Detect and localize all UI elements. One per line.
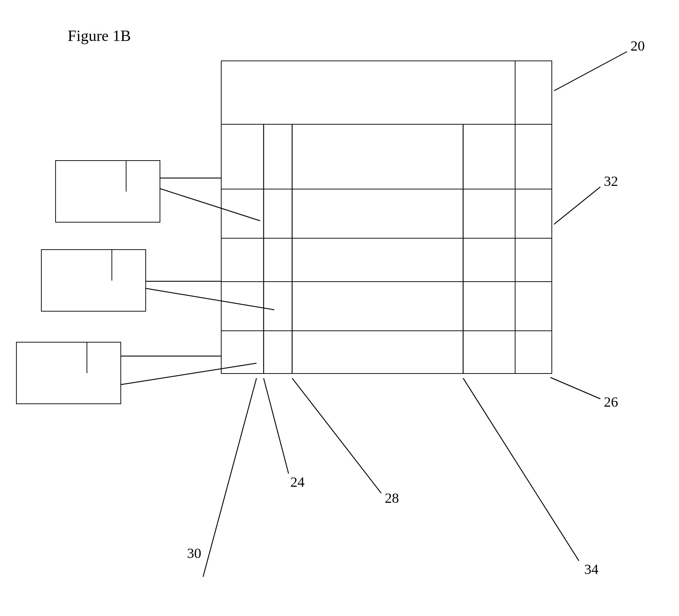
authority-header bbox=[221, 61, 552, 125]
figure-title: Figure 1B bbox=[68, 27, 131, 45]
ref-24: 24 bbox=[290, 474, 305, 490]
user-box-3-divider bbox=[16, 342, 87, 373]
leader-24 bbox=[264, 378, 289, 474]
user-box-1-divider bbox=[55, 160, 126, 192]
ref-20: 20 bbox=[631, 37, 645, 54]
ref-34: 34 bbox=[584, 561, 598, 578]
leader-26 bbox=[550, 377, 600, 399]
ref-28: 28 bbox=[385, 490, 399, 506]
ref-26: 26 bbox=[604, 393, 618, 410]
middle-row bbox=[221, 189, 552, 239]
leader-20 bbox=[554, 52, 627, 91]
leader-34 bbox=[463, 378, 579, 561]
lower-row bbox=[221, 281, 552, 331]
leader-32 bbox=[554, 187, 600, 224]
user-box-2-divider bbox=[41, 249, 112, 281]
ref-30: 30 bbox=[187, 545, 201, 562]
leader-30 bbox=[203, 378, 256, 577]
ref-32: 32 bbox=[604, 173, 618, 189]
leader-28 bbox=[292, 378, 381, 493]
